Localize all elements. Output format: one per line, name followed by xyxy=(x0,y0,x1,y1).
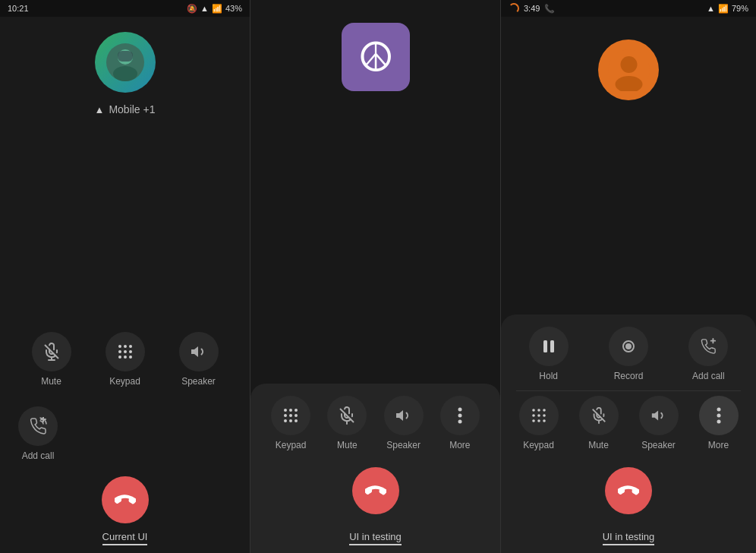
mute-icon-mid xyxy=(327,396,367,435)
record-icon-right xyxy=(609,327,648,366)
keypad-label-mid: Keypad xyxy=(276,440,307,450)
more-label-mid: More xyxy=(449,440,470,450)
avatar-left xyxy=(95,32,156,93)
svg-point-15 xyxy=(129,356,132,359)
mute-button-mid[interactable]: Mute xyxy=(327,396,367,450)
add-call-label-left: Add call xyxy=(22,450,55,461)
wifi-dot-icon: ▲ xyxy=(95,104,105,115)
add-call-label-right: Add call xyxy=(692,371,725,381)
speaker-button-mid[interactable]: Speaker xyxy=(384,396,424,450)
status-bar-left: 10:21 🔕 ▲ 📶 43% xyxy=(0,0,250,17)
end-call-button-mid[interactable] xyxy=(352,467,399,514)
svg-point-10 xyxy=(118,350,121,353)
more-button-mid[interactable]: More xyxy=(440,396,480,450)
keypad-button-mid[interactable]: Keypad xyxy=(271,396,310,450)
speaker-icon-mid xyxy=(384,396,424,435)
end-call-wrap-right xyxy=(509,460,748,529)
svg-marker-30 xyxy=(396,410,403,421)
mute-label-mid: Mute xyxy=(337,440,358,450)
footer-right: UI in testing xyxy=(509,529,748,553)
add-call-button-right[interactable]: Add call xyxy=(681,327,736,381)
mute-button-right[interactable]: Mute xyxy=(572,396,626,450)
svg-point-45 xyxy=(543,409,546,412)
footer-mid: UI in testing xyxy=(250,529,500,553)
record-button-right[interactable]: Record xyxy=(601,327,656,381)
add-call-icon-left xyxy=(18,406,58,446)
panel-title-right: UI in testing xyxy=(603,531,655,545)
hold-label-right: Hold xyxy=(539,371,558,381)
speaker-icon-right xyxy=(639,396,679,435)
svg-point-22 xyxy=(284,414,287,417)
svg-point-35 xyxy=(620,56,637,73)
svg-point-56 xyxy=(717,414,720,418)
svg-point-23 xyxy=(289,414,292,417)
battery-right: 79% xyxy=(732,4,748,13)
svg-point-27 xyxy=(295,419,298,422)
svg-point-20 xyxy=(289,409,292,412)
wifi-icon-right: ▲ xyxy=(707,4,715,13)
svg-point-24 xyxy=(295,414,298,417)
more-label-right: More xyxy=(708,440,729,450)
svg-point-31 xyxy=(458,408,461,412)
svg-point-33 xyxy=(458,420,461,424)
record-label-right: Record xyxy=(614,371,644,381)
status-bar-right: 3:49 📞 ▲ 📶 79% xyxy=(501,0,756,17)
mute-label-left: Mute xyxy=(41,376,61,387)
svg-point-55 xyxy=(717,408,720,412)
svg-point-11 xyxy=(124,350,127,353)
keypad-icon-mid xyxy=(271,396,310,435)
mute-label-right: Mute xyxy=(588,440,609,450)
signal-icon: 📶 xyxy=(212,4,222,14)
wifi-icon: ▲ xyxy=(200,4,209,13)
speaker-label-mid: Speaker xyxy=(386,440,421,450)
keypad-label-right: Keypad xyxy=(523,440,554,450)
hold-button-right[interactable]: Hold xyxy=(521,327,576,381)
add-call-icon-right xyxy=(688,327,728,366)
svg-point-48 xyxy=(543,414,546,417)
more-tray-right: Hold Record xyxy=(501,314,756,553)
svg-point-19 xyxy=(284,409,287,412)
caller-label-left: ▲ Mobile +1 xyxy=(95,103,156,115)
speaker-button-left[interactable]: Speaker xyxy=(165,332,232,387)
speaker-label-right: Speaker xyxy=(641,440,676,450)
svg-point-51 xyxy=(543,419,546,422)
svg-point-13 xyxy=(118,356,121,359)
time-left: 10:21 xyxy=(8,4,29,13)
add-call-area-left: Add call xyxy=(0,399,250,476)
svg-point-47 xyxy=(537,414,540,417)
time-right: 3:49 xyxy=(524,4,540,13)
panel-mid-testing: ☮ Keypad xyxy=(250,0,501,553)
keypad-icon-wrap-left xyxy=(106,332,145,371)
svg-point-7 xyxy=(118,345,121,348)
svg-rect-3 xyxy=(118,51,133,62)
bottom-tray-mid: Keypad Mute xyxy=(250,384,500,553)
keypad-label-left: Keypad xyxy=(109,376,140,387)
end-call-button-right[interactable] xyxy=(605,467,652,514)
svg-point-2 xyxy=(113,66,137,81)
keypad-button-right[interactable]: Keypad xyxy=(512,396,566,450)
svg-point-57 xyxy=(717,420,720,424)
mute-button-left[interactable]: Mute xyxy=(18,332,84,387)
end-call-button-left[interactable] xyxy=(102,476,149,523)
svg-point-9 xyxy=(129,345,132,348)
avatar-right xyxy=(598,40,659,100)
svg-marker-54 xyxy=(651,411,657,421)
svg-point-46 xyxy=(532,414,535,417)
more-button-right[interactable]: More xyxy=(691,396,746,450)
caller-info-left: ▲ Mobile +1 xyxy=(0,17,250,115)
footer-left: Current UI xyxy=(0,476,250,553)
keypad-icon-right xyxy=(519,396,559,435)
status-icons-left: 🔕 ▲ 📶 43% xyxy=(187,4,242,14)
add-call-button-left[interactable]: Add call xyxy=(18,406,58,461)
svg-point-40 xyxy=(625,343,632,349)
keypad-button-left[interactable]: Keypad xyxy=(92,332,158,387)
svg-point-14 xyxy=(124,356,127,359)
phone-icon-status: 📞 xyxy=(544,4,555,14)
speaker-button-right[interactable]: Speaker xyxy=(632,396,686,450)
svg-point-8 xyxy=(124,345,127,348)
svg-point-49 xyxy=(532,419,535,422)
svg-point-43 xyxy=(532,409,535,412)
svg-point-50 xyxy=(537,419,540,422)
tray-divider xyxy=(516,390,741,391)
svg-point-25 xyxy=(284,419,287,422)
